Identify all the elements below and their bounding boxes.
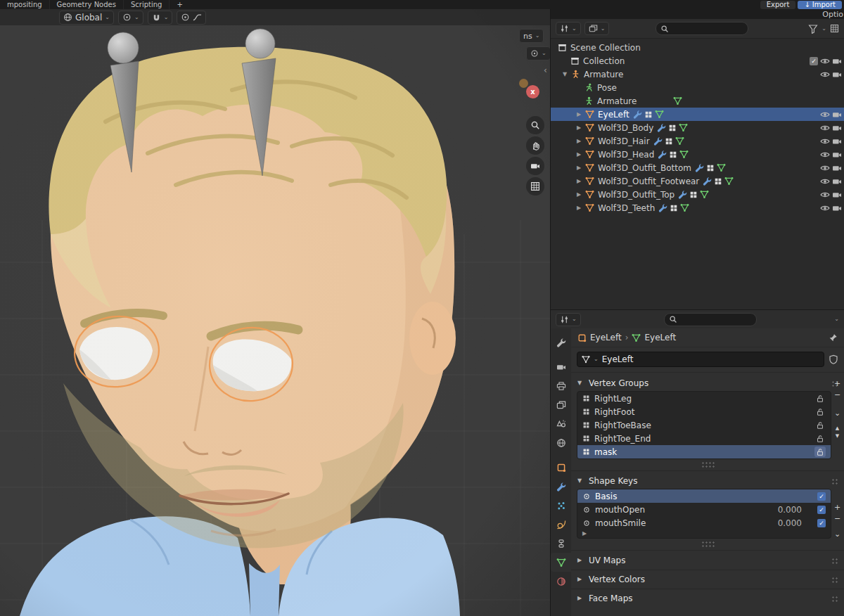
shape-key-value[interactable]: 0.000 bbox=[778, 518, 802, 528]
tab-physics[interactable] bbox=[551, 515, 571, 534]
pan-tool-button[interactable] bbox=[526, 136, 544, 155]
move-down-button[interactable]: ▼ bbox=[832, 432, 843, 439]
outliner-row-wolf3d-body[interactable]: ▶ Wolf3D_Body bbox=[551, 121, 844, 134]
face-maps-panel-header[interactable]: ▶ Face Maps bbox=[571, 591, 844, 606]
shape-key-checkbox[interactable]: ✓ bbox=[817, 492, 826, 501]
panel-grip-icon[interactable] bbox=[831, 596, 838, 602]
disclosure-closed-icon[interactable]: ▶ bbox=[575, 205, 583, 211]
mesh-data-icon[interactable] bbox=[668, 124, 677, 132]
display-mode-dropdown[interactable]: ⌄ bbox=[584, 22, 610, 35]
outliner-row-wolf3d-teeth[interactable]: ▶ Wolf3D_Teeth bbox=[551, 201, 844, 214]
vertex-group-row[interactable]: RightToe_End bbox=[577, 432, 831, 445]
gizmo-axis-y[interactable] bbox=[519, 79, 528, 88]
shape-key-row-selected[interactable]: Basis ✓ bbox=[577, 489, 831, 503]
render-visibility-icon[interactable] bbox=[832, 203, 842, 213]
vertex-group-icon[interactable] bbox=[724, 177, 734, 186]
outliner-row-armature-data[interactable]: Armature bbox=[551, 94, 844, 108]
outliner-row-wolf3d-outfit-footwear[interactable]: ▶ Wolf3D_Outfit_Footwear bbox=[551, 174, 844, 188]
hide-eye-icon[interactable] bbox=[820, 177, 830, 186]
modifier-wrench-icon[interactable] bbox=[658, 150, 667, 159]
snap-dropdown[interactable]: ⌄ bbox=[148, 11, 173, 25]
pivot-point-dropdown[interactable]: ⌄ bbox=[118, 11, 143, 25]
workspace-tab-geometry-nodes[interactable]: Geometry Nodes bbox=[50, 0, 124, 9]
shape-key-row[interactable]: mouthOpen 0.000 ✓ bbox=[577, 503, 831, 516]
pin-icon[interactable] bbox=[829, 333, 838, 342]
modifier-wrench-icon[interactable] bbox=[658, 203, 667, 212]
outliner-row-eyeleft[interactable]: ▶ EyeLeft bbox=[551, 108, 844, 121]
shape-key-expand-icon[interactable]: ▶ bbox=[580, 531, 589, 537]
properties-search-input[interactable] bbox=[664, 313, 757, 326]
mesh-data-icon[interactable] bbox=[706, 164, 715, 172]
modifier-wrench-icon[interactable] bbox=[703, 177, 712, 186]
proportional-editing-dropdown[interactable] bbox=[177, 11, 206, 25]
shape-keys-panel-header[interactable]: ▼ Shape Keys bbox=[571, 473, 844, 489]
disclosure-closed-icon[interactable]: ▶ bbox=[575, 139, 583, 144]
render-visibility-icon[interactable] bbox=[832, 56, 842, 66]
disclosure-closed-icon[interactable]: ▶ bbox=[575, 179, 583, 184]
breadcrumb-object-label[interactable]: EyeLeft bbox=[590, 333, 622, 342]
vertex-groups-panel-header[interactable]: ▼ Vertex Groups bbox=[571, 376, 844, 391]
render-visibility-icon[interactable] bbox=[832, 177, 842, 186]
disclosure-open-icon[interactable]: ▼ bbox=[561, 72, 569, 77]
panel-grip-icon[interactable] bbox=[831, 478, 838, 485]
mesh-data-icon[interactable] bbox=[669, 150, 677, 159]
outliner-options-icon[interactable] bbox=[830, 24, 839, 33]
shape-key-checkbox[interactable]: ✓ bbox=[817, 519, 826, 527]
lock-toggle[interactable] bbox=[814, 433, 826, 444]
outliner-row-scene-collection[interactable]: Scene Collection bbox=[551, 41, 844, 54]
move-up-button[interactable]: ▲ bbox=[832, 424, 843, 432]
lock-toggle[interactable] bbox=[814, 406, 826, 417]
add-workspace-button[interactable]: + bbox=[170, 0, 189, 9]
tab-tool[interactable] bbox=[551, 333, 571, 352]
render-visibility-icon[interactable] bbox=[832, 70, 842, 79]
hide-eye-icon[interactable] bbox=[820, 123, 830, 133]
tab-render[interactable] bbox=[551, 357, 571, 376]
render-visibility-icon[interactable] bbox=[832, 163, 842, 173]
tab-object-data[interactable] bbox=[551, 553, 571, 572]
tab-modifiers[interactable] bbox=[551, 477, 571, 496]
vertex-group-icon[interactable] bbox=[655, 110, 664, 119]
hide-eye-icon[interactable] bbox=[820, 203, 830, 213]
workspace-tab-scripting[interactable]: Scripting bbox=[124, 0, 170, 9]
breadcrumb-data-label[interactable]: EyeLeft bbox=[644, 333, 676, 342]
outliner-row-collection[interactable]: Collection ✓ bbox=[551, 54, 844, 68]
panel-grip-icon[interactable] bbox=[831, 577, 838, 583]
outliner-row-wolf3d-head[interactable]: ▶ Wolf3D_Head bbox=[551, 148, 844, 161]
add-shape-key-button[interactable]: + bbox=[832, 501, 843, 513]
editor-type-dropdown[interactable]: ⌄ bbox=[556, 313, 581, 326]
render-visibility-icon[interactable] bbox=[832, 150, 842, 160]
shading-dropdown[interactable]: ⌄ bbox=[526, 46, 551, 60]
modifier-wrench-icon[interactable] bbox=[695, 163, 704, 172]
add-vertex-group-button[interactable]: + bbox=[832, 378, 843, 389]
hide-eye-icon[interactable] bbox=[820, 110, 830, 120]
outliner-row-pose[interactable]: Pose bbox=[551, 81, 844, 94]
sidebar-collapse-chevron[interactable]: ‹ bbox=[544, 65, 547, 75]
collection-checkbox[interactable]: ✓ bbox=[810, 57, 818, 65]
vertex-group-row[interactable]: RightToeBase bbox=[577, 418, 831, 432]
mesh-data-icon[interactable] bbox=[714, 177, 722, 186]
outliner-search-input[interactable] bbox=[656, 22, 748, 35]
render-visibility-icon[interactable] bbox=[832, 136, 842, 146]
disclosure-closed-icon[interactable]: ▶ bbox=[575, 125, 583, 131]
chevron-down-icon[interactable]: ⌄ bbox=[821, 26, 826, 32]
tab-material[interactable] bbox=[551, 572, 571, 591]
modifier-wrench-icon[interactable] bbox=[633, 110, 642, 119]
mesh-data-icon[interactable] bbox=[665, 137, 673, 146]
hide-eye-icon[interactable] bbox=[820, 136, 830, 146]
tab-scene[interactable] bbox=[551, 414, 571, 433]
uv-maps-panel-header[interactable]: ▶ UV Maps bbox=[571, 553, 844, 568]
outliner-row-wolf3d-outfit-top[interactable]: ▶ Wolf3D_Outfit_Top bbox=[551, 188, 844, 201]
shield-icon[interactable] bbox=[829, 354, 838, 364]
zoom-tool-button[interactable] bbox=[526, 116, 544, 134]
vertex-group-row[interactable]: RightFoot bbox=[577, 405, 831, 418]
vertex-group-specials-button[interactable]: ⌄ bbox=[832, 407, 843, 418]
mesh-data-icon[interactable] bbox=[670, 204, 678, 212]
vertex-colors-panel-header[interactable]: ▶ Vertex Colors bbox=[571, 572, 844, 587]
remove-shape-key-button[interactable]: − bbox=[832, 513, 843, 524]
disclosure-closed-icon[interactable]: ▶ bbox=[575, 112, 583, 117]
filter-funnel-icon[interactable] bbox=[808, 24, 818, 34]
list-resize-grip[interactable] bbox=[701, 461, 715, 468]
lock-toggle[interactable] bbox=[814, 393, 826, 404]
gizmo-axis-x[interactable]: x bbox=[526, 85, 539, 98]
mesh-name-field[interactable]: ⌄ EyeLeft bbox=[577, 352, 824, 367]
